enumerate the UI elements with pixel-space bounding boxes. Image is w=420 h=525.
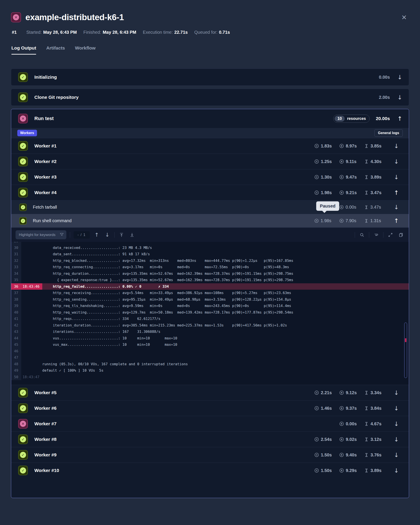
chevron-icon[interactable]: [394, 467, 399, 474]
worker-row[interactable]: Worker #10 1.50s 9.29s: [11, 463, 409, 478]
pause-circle-icon: [314, 452, 319, 457]
substep-row[interactable]: Fetch tarball 0.00s: [11, 200, 409, 214]
running-time-stat: 9.29s: [339, 468, 364, 473]
chevron-icon[interactable]: [394, 405, 399, 412]
step-label: Clone Git repository: [34, 95, 79, 100]
tab-workflow[interactable]: Workflow: [75, 45, 95, 55]
keyword-filter-input[interactable]: [16, 230, 66, 239]
total-time-stat: 3.34s: [364, 390, 391, 395]
log-line-text: [42, 242, 409, 244]
worker-row[interactable]: Worker #5 2.21s 9.12s: [11, 385, 409, 400]
chevron-down-icon[interactable]: [397, 74, 402, 80]
previous-match-arrow-up[interactable]: ↑: [93, 232, 100, 238]
expand-fullscreen-icon[interactable]: [387, 231, 394, 238]
step-row[interactable]: Initializing 0.00s: [11, 69, 409, 86]
chevron-up-icon[interactable]: [397, 116, 402, 122]
run-test-failed-status-icon: [18, 114, 28, 123]
paused-time-stat: 1.98s: [314, 218, 339, 223]
log-line-number: 40: [11, 309, 21, 316]
next-match-arrow-down[interactable]: ↓: [104, 232, 111, 238]
wrap-lines-icon[interactable]: [373, 231, 380, 238]
worker-row[interactable]: Worker #4 1.98s 9.21s: [11, 185, 409, 200]
check-icon: [20, 189, 26, 196]
log-line-timestamp: [21, 290, 42, 296]
step-row[interactable]: Clone Git repository 2.00s: [11, 89, 409, 106]
log-line-number: 50: [11, 374, 21, 380]
chevron-icon[interactable]: [394, 452, 399, 458]
general-logs-button[interactable]: General logs: [374, 129, 403, 137]
running-time-value: 9.37s: [346, 406, 357, 411]
meta-label: Finished:: [83, 30, 101, 35]
play-circle-icon: [339, 452, 344, 457]
meta-item: Queued for: 0.71s: [194, 30, 230, 35]
substep-row[interactable]: Run shell command 1.98s 7.90s: [11, 214, 409, 227]
jump-to-bottom-icon[interactable]: [128, 231, 136, 238]
log-line-text: [42, 374, 409, 380]
worker-row[interactable]: Worker #3 1.30s 9.47s: [11, 169, 409, 185]
chevron-icon[interactable]: [394, 389, 399, 396]
worker-row[interactable]: Worker #2 1.25s 9.11s: [11, 154, 409, 169]
chevron-icon[interactable]: [394, 143, 399, 150]
copy-icon[interactable]: [397, 231, 404, 238]
jump-to-top-icon[interactable]: [118, 231, 125, 238]
worker-row[interactable]: Worker #6 1.46s 9.37s: [11, 400, 409, 416]
chevron-icon[interactable]: [394, 189, 399, 196]
match-counter: - / 1: [73, 231, 90, 239]
chevron-icon[interactable]: [394, 158, 399, 165]
worker-row[interactable]: Worker #9 1.50s 9.40s: [11, 447, 409, 463]
run-test-section: Run test 10 resources 20.00s Workers Gen…: [11, 109, 409, 498]
log-line: 35 { expected_response:true }...: avg=13…: [11, 277, 409, 283]
toolbar-divider: [369, 232, 369, 238]
run-test-header-row[interactable]: Run test 10 resources 20.00s: [11, 109, 409, 128]
running-time-value: 0.00s: [346, 421, 357, 426]
chevron-icon[interactable]: [394, 204, 399, 211]
chevron-icon[interactable]: [394, 174, 399, 180]
log-viewer[interactable]: 29 30 data_received..................: 2…: [11, 242, 409, 385]
meta-value: May 28, 6:43 PM: [103, 30, 136, 35]
chevron-icon[interactable]: [394, 436, 399, 443]
worker-row[interactable]: Worker #8 2.54s 9.02s: [11, 431, 409, 447]
pause-circle-icon: [314, 159, 319, 164]
paused-time-stat: 1.50s: [314, 452, 339, 458]
log-line-number: 43: [11, 328, 21, 335]
tab-log-output[interactable]: Log Output: [11, 45, 36, 55]
search-icon[interactable]: [358, 231, 365, 238]
filter-funnel-icon[interactable]: [59, 232, 64, 238]
worker-status-icon: [18, 403, 28, 413]
log-line-number: 48: [11, 361, 21, 367]
worker-stats: 0.00s 4.67s: [314, 421, 402, 427]
log-line: 39 http_req_tls_handshaking.......: avg=…: [11, 303, 409, 309]
paused-time-stat: 1.98s: [314, 190, 339, 195]
log-toolbar: - / 1 ↑ ↓: [11, 227, 409, 242]
workers-top-list: Worker #1 1.83s 8.97s: [11, 138, 409, 200]
paused-time-value: 1.98s: [321, 190, 332, 195]
worker-row[interactable]: Worker #1 1.83s 8.97s: [11, 138, 409, 154]
worker-4-expanded-steps: Paused Fetch tarball: [11, 200, 409, 227]
chevron-down-icon[interactable]: [397, 94, 402, 100]
meta-value: 22.71s: [174, 30, 188, 35]
log-line-timestamp: [21, 335, 42, 342]
log-line-timestamp: [21, 270, 42, 277]
running-time-value: 9.11s: [346, 159, 356, 164]
log-line-text: [42, 354, 409, 361]
log-line-text: http_req_tls_handshaking.......: avg=9.5…: [42, 303, 409, 309]
log-line: 38 http_req_sending...............: avg=…: [11, 296, 409, 303]
chevron-icon[interactable]: [394, 217, 399, 224]
log-line: 46: [11, 348, 409, 355]
tab-artifacts[interactable]: Artifacts: [46, 45, 65, 55]
log-lines: 29 30 data_received..................: 2…: [11, 242, 409, 380]
log-scrollbar-thumb[interactable]: [404, 323, 407, 378]
toolbar-divider: [355, 232, 355, 238]
close-icon[interactable]: ✕: [399, 13, 409, 22]
workers-badge[interactable]: Workers: [17, 130, 37, 136]
meta-item: Started: May 28, 6:43 PM: [26, 30, 77, 35]
play-circle-icon: [339, 218, 344, 223]
check-icon: [20, 74, 26, 80]
chevron-icon[interactable]: [394, 421, 399, 427]
substep-stats: 1.98s 7.90s 1.31s: [314, 218, 402, 224]
worker-stats: 1.25s 9.11s 4.30s: [314, 159, 402, 165]
worker-status-icon: [18, 466, 28, 475]
worker-row[interactable]: Worker #7 0.00s: [11, 416, 409, 431]
pause-circle-icon: [314, 437, 319, 442]
check-icon: [20, 94, 26, 100]
